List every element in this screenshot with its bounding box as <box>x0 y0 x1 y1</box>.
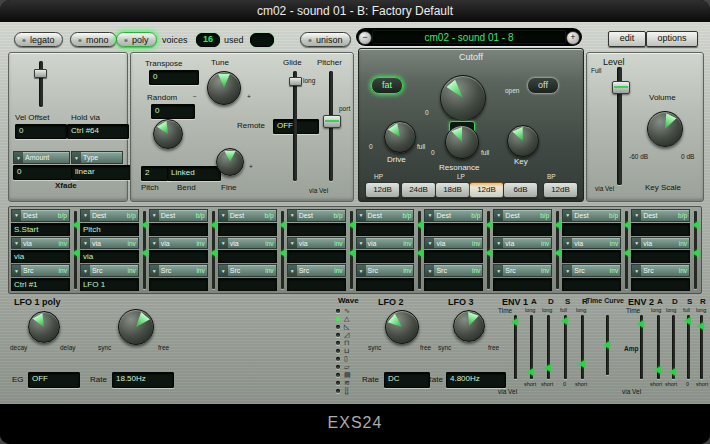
via-dropdown[interactable]: ▼ via inv <box>218 237 277 250</box>
lfo3-rate-knob[interactable] <box>453 310 485 342</box>
amount-max-thumb[interactable] <box>416 221 423 229</box>
amount-min-thumb[interactable] <box>554 249 561 257</box>
amount-max-thumb[interactable] <box>141 221 148 229</box>
lfo1-eg-value[interactable]: OFF <box>28 372 80 388</box>
dest-dropdown[interactable]: ▼ Dest b/p <box>287 209 346 222</box>
lp-24db-button[interactable]: 24dB <box>401 182 436 198</box>
amount-min-thumb[interactable] <box>210 249 217 257</box>
via-dropdown[interactable]: ▼ via inv <box>11 237 70 250</box>
via-value[interactable] <box>631 250 690 263</box>
invert-toggle[interactable]: inv <box>265 240 275 247</box>
via-value[interactable] <box>424 250 483 263</box>
via-dropdown[interactable]: ▼ via inv <box>356 237 415 250</box>
invert-toggle[interactable]: inv <box>265 267 275 274</box>
voices-display[interactable]: 16 <box>196 33 220 47</box>
dest-value[interactable] <box>218 223 277 236</box>
lp-12db-button[interactable]: 12dB <box>469 182 504 198</box>
wave-radio-icon[interactable] <box>336 389 340 393</box>
amount-min-thumb[interactable] <box>348 249 355 257</box>
bypass-toggle[interactable]: b/p <box>471 212 482 219</box>
env2-sustain-thumb[interactable] <box>684 317 691 325</box>
poly-button[interactable]: poly <box>116 32 157 47</box>
src-dropdown[interactable]: ▼ Src inv <box>218 264 277 277</box>
amount-min-thumb[interactable] <box>416 249 423 257</box>
dest-value[interactable] <box>631 223 690 236</box>
hp-12db-button[interactable]: 12dB <box>365 182 400 198</box>
xfade-amount-value[interactable]: 0 <box>13 165 78 180</box>
env1-release-thumb[interactable] <box>578 360 585 368</box>
wave-radio-icon[interactable] <box>336 333 340 337</box>
wave-radio-icon[interactable] <box>336 309 340 313</box>
env2-attack-thumb[interactable] <box>654 366 661 374</box>
src-value[interactable] <box>424 278 483 291</box>
invert-toggle[interactable]: inv <box>472 267 482 274</box>
amount-max-thumb[interactable] <box>348 221 355 229</box>
lfo1-eg-knob[interactable] <box>28 311 60 343</box>
fine-knob[interactable] <box>216 148 244 176</box>
wave-option[interactable]: ⊔ <box>336 347 372 355</box>
env1-time-thumb[interactable] <box>511 318 518 326</box>
invert-toggle[interactable]: inv <box>334 267 344 274</box>
time-curve-thumb[interactable] <box>603 341 610 349</box>
random-value[interactable]: 0 <box>151 104 195 119</box>
src-value[interactable] <box>218 278 277 291</box>
wave-option[interactable]: ∿ <box>336 307 372 315</box>
amount-max-thumb[interactable] <box>279 221 286 229</box>
invert-toggle[interactable]: inv <box>610 240 620 247</box>
mono-button[interactable]: mono <box>70 32 117 47</box>
via-value[interactable] <box>287 250 346 263</box>
src-dropdown[interactable]: ▼ Src inv <box>80 264 139 277</box>
wave-option[interactable]: ⊓ <box>336 339 372 347</box>
wave-radio-icon[interactable] <box>336 381 340 385</box>
dest-value[interactable] <box>493 223 552 236</box>
resonance-knob[interactable] <box>445 125 479 159</box>
cutoff-knob[interactable] <box>440 75 486 121</box>
invert-toggle[interactable]: inv <box>679 267 689 274</box>
via-dropdown[interactable]: ▼ via inv <box>149 237 208 250</box>
lfo2-rate-knob[interactable] <box>385 310 419 344</box>
xfade-type-dropdown[interactable]: ▼ Type <box>71 151 123 164</box>
dest-dropdown[interactable]: ▼ Dest b/p <box>562 209 621 222</box>
wave-radio-icon[interactable] <box>336 373 340 377</box>
volume-knob[interactable] <box>647 111 683 147</box>
invert-toggle[interactable]: inv <box>128 240 138 247</box>
via-dropdown[interactable]: ▼ via inv <box>493 237 552 250</box>
bypass-toggle[interactable]: b/p <box>333 212 344 219</box>
dest-value[interactable] <box>149 223 208 236</box>
src-value[interactable] <box>493 278 552 291</box>
key-knob[interactable] <box>507 125 539 157</box>
dest-dropdown[interactable]: ▼ Dest b/p <box>631 209 690 222</box>
invert-toggle[interactable]: inv <box>610 267 620 274</box>
fat-button[interactable]: fat <box>371 77 403 94</box>
drive-knob[interactable] <box>384 121 416 153</box>
env1-decay-thumb[interactable] <box>544 364 551 372</box>
glide-slider-thumb[interactable] <box>289 77 302 86</box>
unison-button[interactable]: unison <box>300 32 351 47</box>
amount-min-thumb[interactable] <box>141 249 148 257</box>
via-dropdown[interactable]: ▼ via inv <box>287 237 346 250</box>
dest-value[interactable] <box>562 223 621 236</box>
src-value[interactable] <box>356 278 415 291</box>
xfade-type-value[interactable]: linear <box>71 165 131 180</box>
bypass-toggle[interactable]: b/p <box>609 212 620 219</box>
env2-release-thumb[interactable] <box>697 322 704 330</box>
via-value[interactable] <box>149 250 208 263</box>
bypass-toggle[interactable]: b/p <box>402 212 413 219</box>
wave-option[interactable]: ⣿ <box>336 387 372 395</box>
dest-value[interactable] <box>424 223 483 236</box>
amount-max-thumb[interactable] <box>72 221 79 229</box>
bypass-toggle[interactable]: b/p <box>540 212 551 219</box>
lp-6db-button[interactable]: 6dB <box>503 182 538 198</box>
amount-min-thumb[interactable] <box>623 249 630 257</box>
dest-value[interactable]: S.Start <box>11 223 70 236</box>
invert-toggle[interactable]: inv <box>403 267 413 274</box>
wave-radio-icon[interactable] <box>336 357 340 361</box>
wave-option[interactable]: ▱ <box>336 363 372 371</box>
transpose-value[interactable]: 0 <box>149 70 199 85</box>
dest-value[interactable]: Pitch <box>80 223 139 236</box>
invert-toggle[interactable]: inv <box>128 267 138 274</box>
invert-toggle[interactable]: inv <box>196 240 206 247</box>
src-dropdown[interactable]: ▼ Src inv <box>493 264 552 277</box>
bypass-toggle[interactable]: b/p <box>127 212 138 219</box>
amount-max-thumb[interactable] <box>623 221 630 229</box>
